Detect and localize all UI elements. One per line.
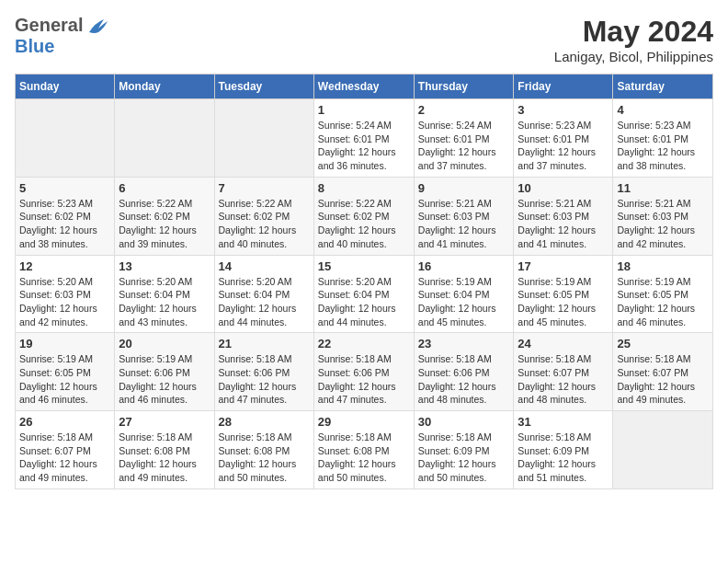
calendar-cell: 28Sunrise: 5:18 AM Sunset: 6:08 PM Dayli…: [214, 411, 313, 489]
day-info: Sunrise: 5:22 AM Sunset: 6:02 PM Dayligh…: [219, 197, 310, 251]
day-info: Sunrise: 5:18 AM Sunset: 6:09 PM Dayligh…: [518, 431, 609, 485]
day-number: 29: [318, 415, 410, 429]
day-number: 7: [219, 181, 310, 195]
day-header-sunday: Sunday: [16, 75, 115, 99]
calendar-cell: 3Sunrise: 5:23 AM Sunset: 6:01 PM Daylig…: [514, 99, 613, 178]
calendar-cell: 26Sunrise: 5:18 AM Sunset: 6:07 PM Dayli…: [16, 411, 115, 489]
logo-blue-text: Blue: [15, 36, 54, 56]
day-number: 2: [418, 103, 510, 117]
day-info: Sunrise: 5:19 AM Sunset: 6:05 PM Dayligh…: [19, 352, 110, 407]
calendar-cell: 30Sunrise: 5:18 AM Sunset: 6:09 PM Dayli…: [414, 411, 514, 489]
day-info: Sunrise: 5:23 AM Sunset: 6:01 PM Dayligh…: [518, 119, 609, 173]
day-number: 3: [518, 103, 609, 117]
day-info: Sunrise: 5:18 AM Sunset: 6:06 PM Dayligh…: [219, 352, 310, 407]
logo: General Blue: [15, 15, 111, 57]
day-info: Sunrise: 5:22 AM Sunset: 6:02 PM Dayligh…: [119, 197, 210, 251]
calendar-cell: 18Sunrise: 5:19 AM Sunset: 6:05 PM Dayli…: [613, 255, 713, 333]
day-info: Sunrise: 5:24 AM Sunset: 6:01 PM Dayligh…: [418, 119, 510, 173]
day-number: 4: [617, 103, 709, 117]
day-number: 10: [518, 181, 609, 195]
day-info: Sunrise: 5:18 AM Sunset: 6:09 PM Dayligh…: [418, 431, 510, 485]
calendar-week-row: 26Sunrise: 5:18 AM Sunset: 6:07 PM Dayli…: [16, 411, 713, 489]
day-number: 12: [19, 259, 110, 273]
calendar-cell: 31Sunrise: 5:18 AM Sunset: 6:09 PM Dayli…: [514, 411, 613, 489]
day-header-monday: Monday: [115, 75, 214, 99]
calendar-cell: 14Sunrise: 5:20 AM Sunset: 6:04 PM Dayli…: [214, 255, 313, 333]
calendar-cell: [214, 99, 313, 178]
calendar-week-row: 1Sunrise: 5:24 AM Sunset: 6:01 PM Daylig…: [16, 99, 713, 178]
day-number: 8: [318, 181, 410, 195]
header: General Blue May 2024 Lanigay, Bicol, Ph…: [15, 15, 713, 64]
calendar-cell: 29Sunrise: 5:18 AM Sunset: 6:08 PM Dayli…: [313, 411, 414, 489]
location-subtitle: Lanigay, Bicol, Philippines: [554, 49, 713, 64]
calendar-cell: 5Sunrise: 5:23 AM Sunset: 6:02 PM Daylig…: [16, 177, 115, 255]
calendar-cell: 13Sunrise: 5:20 AM Sunset: 6:04 PM Dayli…: [115, 255, 214, 333]
day-number: 28: [219, 415, 310, 429]
calendar-cell: 7Sunrise: 5:22 AM Sunset: 6:02 PM Daylig…: [214, 177, 313, 255]
day-info: Sunrise: 5:19 AM Sunset: 6:04 PM Dayligh…: [418, 275, 510, 329]
logo-bird-icon: [85, 16, 111, 36]
day-info: Sunrise: 5:19 AM Sunset: 6:06 PM Dayligh…: [119, 352, 210, 407]
day-header-saturday: Saturday: [613, 75, 713, 99]
calendar-week-row: 12Sunrise: 5:20 AM Sunset: 6:03 PM Dayli…: [16, 255, 713, 333]
day-number: 19: [19, 337, 110, 350]
day-number: 31: [518, 415, 609, 429]
calendar-cell: 1Sunrise: 5:24 AM Sunset: 6:01 PM Daylig…: [313, 99, 414, 178]
day-info: Sunrise: 5:18 AM Sunset: 6:06 PM Dayligh…: [318, 352, 410, 407]
calendar-cell: 24Sunrise: 5:18 AM Sunset: 6:07 PM Dayli…: [514, 333, 613, 411]
calendar-cell: 8Sunrise: 5:22 AM Sunset: 6:02 PM Daylig…: [313, 177, 414, 255]
calendar-cell: 20Sunrise: 5:19 AM Sunset: 6:06 PM Dayli…: [115, 333, 214, 411]
day-number: 9: [418, 181, 510, 195]
day-number: 23: [418, 337, 510, 350]
day-info: Sunrise: 5:22 AM Sunset: 6:02 PM Dayligh…: [318, 197, 410, 251]
day-info: Sunrise: 5:18 AM Sunset: 6:07 PM Dayligh…: [518, 352, 609, 407]
day-number: 5: [19, 181, 110, 195]
day-header-wednesday: Wednesday: [313, 75, 414, 99]
day-info: Sunrise: 5:21 AM Sunset: 6:03 PM Dayligh…: [617, 197, 709, 251]
day-number: 21: [219, 337, 310, 350]
day-number: 17: [518, 259, 609, 273]
day-info: Sunrise: 5:20 AM Sunset: 6:04 PM Dayligh…: [219, 275, 310, 329]
day-info: Sunrise: 5:20 AM Sunset: 6:03 PM Dayligh…: [19, 275, 110, 329]
calendar-cell: 11Sunrise: 5:21 AM Sunset: 6:03 PM Dayli…: [613, 177, 713, 255]
calendar-cell: [16, 99, 115, 178]
calendar-cell: 17Sunrise: 5:19 AM Sunset: 6:05 PM Dayli…: [514, 255, 613, 333]
day-info: Sunrise: 5:18 AM Sunset: 6:08 PM Dayligh…: [119, 431, 210, 485]
day-number: 14: [219, 259, 310, 273]
calendar-cell: 2Sunrise: 5:24 AM Sunset: 6:01 PM Daylig…: [414, 99, 514, 178]
day-info: Sunrise: 5:18 AM Sunset: 6:08 PM Dayligh…: [318, 431, 410, 485]
calendar-cell: [115, 99, 214, 178]
calendar-table: SundayMondayTuesdayWednesdayThursdayFrid…: [15, 74, 713, 489]
day-info: Sunrise: 5:18 AM Sunset: 6:07 PM Dayligh…: [617, 352, 709, 407]
day-number: 26: [19, 415, 110, 429]
day-info: Sunrise: 5:20 AM Sunset: 6:04 PM Dayligh…: [119, 275, 210, 329]
calendar-cell: 4Sunrise: 5:23 AM Sunset: 6:01 PM Daylig…: [613, 99, 713, 178]
day-info: Sunrise: 5:23 AM Sunset: 6:01 PM Dayligh…: [617, 119, 709, 173]
day-number: 11: [617, 181, 709, 195]
calendar-cell: 10Sunrise: 5:21 AM Sunset: 6:03 PM Dayli…: [514, 177, 613, 255]
day-number: 22: [318, 337, 410, 350]
day-info: Sunrise: 5:18 AM Sunset: 6:06 PM Dayligh…: [418, 352, 510, 407]
day-number: 20: [119, 337, 210, 350]
calendar-cell: 23Sunrise: 5:18 AM Sunset: 6:06 PM Dayli…: [414, 333, 514, 411]
day-info: Sunrise: 5:23 AM Sunset: 6:02 PM Dayligh…: [19, 197, 110, 251]
calendar-cell: 19Sunrise: 5:19 AM Sunset: 6:05 PM Dayli…: [16, 333, 115, 411]
calendar-cell: 15Sunrise: 5:20 AM Sunset: 6:04 PM Dayli…: [313, 255, 414, 333]
calendar-cell: 22Sunrise: 5:18 AM Sunset: 6:06 PM Dayli…: [313, 333, 414, 411]
day-number: 6: [119, 181, 210, 195]
day-number: 16: [418, 259, 510, 273]
day-header-thursday: Thursday: [414, 75, 514, 99]
title-area: May 2024 Lanigay, Bicol, Philippines: [554, 15, 713, 64]
day-info: Sunrise: 5:24 AM Sunset: 6:01 PM Dayligh…: [318, 119, 410, 173]
calendar-cell: 16Sunrise: 5:19 AM Sunset: 6:04 PM Dayli…: [414, 255, 514, 333]
day-header-tuesday: Tuesday: [214, 75, 313, 99]
calendar-cell: 21Sunrise: 5:18 AM Sunset: 6:06 PM Dayli…: [214, 333, 313, 411]
day-number: 15: [318, 259, 410, 273]
calendar-header-row: SundayMondayTuesdayWednesdayThursdayFrid…: [16, 75, 713, 99]
calendar-cell: 12Sunrise: 5:20 AM Sunset: 6:03 PM Dayli…: [16, 255, 115, 333]
day-info: Sunrise: 5:18 AM Sunset: 6:07 PM Dayligh…: [19, 431, 110, 485]
day-header-friday: Friday: [514, 75, 613, 99]
day-number: 30: [418, 415, 510, 429]
month-year-title: May 2024: [554, 15, 713, 49]
day-number: 18: [617, 259, 709, 273]
